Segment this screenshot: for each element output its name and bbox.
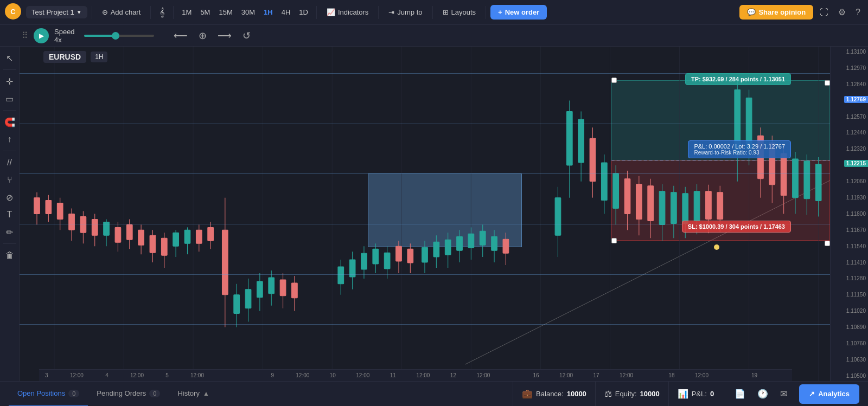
time-axis: 3 12:00 4 12:00 5 12:00 9 12:00 10 12:00… xyxy=(39,369,792,381)
svg-rect-87 xyxy=(480,231,486,245)
step-forward-icon: ⟶ xyxy=(218,30,232,41)
cursor-tool[interactable]: ↖ xyxy=(2,50,18,66)
step-center-button[interactable]: ⊕ xyxy=(195,29,210,43)
price-1.12570: 1.12570 xyxy=(833,114,866,120)
magnet-tool[interactable]: 🧲 xyxy=(2,114,18,130)
pending-orders-count: 0 xyxy=(149,390,160,397)
svg-rect-37 xyxy=(150,235,156,253)
playback-bar: ⠿ ▶ Speed 4x ⟵ ⊕ ⟶ ↺ xyxy=(0,25,868,47)
arrow-tool[interactable]: ↑ xyxy=(2,131,18,147)
time-label-10: 11 xyxy=(390,372,396,378)
time-label-17: 12:00 xyxy=(620,372,633,378)
svg-rect-119 xyxy=(706,191,712,220)
play-button[interactable]: ▶ xyxy=(34,28,49,43)
tab-history[interactable]: History ▲ xyxy=(169,382,218,407)
analytics-icon: ↗ xyxy=(809,390,815,398)
pnl-value: 0 xyxy=(710,390,714,398)
speed-control: Speed 4x xyxy=(54,28,154,44)
share-opinion-button[interactable]: 💬 Share opinion xyxy=(739,5,813,20)
bottom-bar: Open Positions 0 Pending Orders 0 Histor… xyxy=(0,381,868,406)
tf-1h[interactable]: 1H xyxy=(260,6,277,18)
help-icon: ? xyxy=(856,8,860,17)
svg-rect-121 xyxy=(717,192,723,220)
svg-rect-117 xyxy=(694,191,700,221)
layouts-icon: ⊞ xyxy=(443,8,449,16)
rect-tool[interactable]: ▭ xyxy=(2,91,18,107)
new-order-button[interactable]: + New order xyxy=(490,5,547,20)
tp-info-box: TP: $932.69 / 284 points / 1.13051 xyxy=(685,73,791,85)
add-chart-button[interactable]: ⊕ Add chart xyxy=(97,5,146,19)
toolbar-separator-5 xyxy=(378,6,379,19)
price-1.13100: 1.13100 xyxy=(833,49,866,55)
pitchfork-tool[interactable]: ⑂ xyxy=(2,172,18,188)
svg-rect-69 xyxy=(373,249,379,264)
fib-tool[interactable]: ⊘ xyxy=(2,189,18,205)
text-tool[interactable]: T xyxy=(2,207,18,223)
message-button[interactable]: ✉ xyxy=(777,385,790,402)
cross-tool[interactable]: ✛ xyxy=(2,73,18,89)
project-name: Test Project 1 xyxy=(31,8,74,16)
channel-icon: // xyxy=(7,158,12,167)
svg-rect-131 xyxy=(781,153,787,196)
fullscreen-button[interactable]: ⛶ xyxy=(816,4,832,21)
svg-rect-83 xyxy=(457,236,463,250)
candle-type-button[interactable]: 𝄞 xyxy=(155,5,169,20)
svg-rect-71 xyxy=(384,253,390,269)
magnet-icon: 🧲 xyxy=(4,117,15,127)
cursor-icon: ↖ xyxy=(6,53,13,63)
blue-price-badge: 1.12769 xyxy=(844,96,868,103)
time-label-3: 12:00 xyxy=(130,372,144,378)
trash-tool[interactable]: 🗑 xyxy=(2,247,18,263)
analytics-button[interactable]: ↗ Analytics xyxy=(799,384,859,404)
tf-15m[interactable]: 15M xyxy=(215,6,236,18)
step-back-button[interactable]: ⟵ xyxy=(170,29,191,43)
svg-rect-113 xyxy=(671,192,677,224)
chart-canvas[interactable]: EURUSD 1H xyxy=(20,47,830,381)
plus-icon: ⊕ xyxy=(102,8,108,16)
drag-handle[interactable]: ⠿ xyxy=(22,30,28,41)
tf-5m[interactable]: 5M xyxy=(196,6,214,18)
svg-rect-135 xyxy=(804,161,810,199)
pitchfork-icon: ⑂ xyxy=(7,175,12,185)
time-label-18: 18 xyxy=(668,372,674,378)
settings-button[interactable]: ⚙ xyxy=(835,4,849,21)
tab-open-positions[interactable]: Open Positions 0 xyxy=(9,382,88,407)
price-1.11410: 1.11410 xyxy=(833,260,866,266)
svg-rect-35 xyxy=(138,230,144,245)
tf-30m[interactable]: 30M xyxy=(238,6,259,18)
svg-rect-73 xyxy=(396,246,402,261)
clock-button[interactable]: 🕐 xyxy=(754,385,771,402)
share-icon: 💬 xyxy=(747,8,756,16)
time-label-19: 12:00 xyxy=(695,372,709,378)
left-toolbar: ↖ ✛ ▭ 🧲 ↑ // ⑂ ⊘ xyxy=(0,47,20,381)
project-selector[interactable]: Test Project 1 ▼ xyxy=(26,6,87,18)
svg-rect-59 xyxy=(280,280,286,296)
indicators-button[interactable]: 📈 Indicators xyxy=(321,5,374,19)
time-label-0: 3 xyxy=(45,372,48,378)
jump-to-button[interactable]: ⇥ Jump to xyxy=(383,5,427,19)
tf-1d[interactable]: 1D xyxy=(295,6,312,18)
step-center-icon: ⊕ xyxy=(199,30,207,41)
tab-pending-orders[interactable]: Pending Orders 0 xyxy=(88,382,169,407)
document-button[interactable]: 📄 xyxy=(731,385,749,402)
bottom-icon-group: 📄 🕐 ✉ xyxy=(723,382,799,407)
price-1.11020: 1.11020 xyxy=(833,308,866,314)
refresh-button[interactable]: ↺ xyxy=(239,29,254,43)
app-logo: C xyxy=(4,3,22,22)
tf-1m[interactable]: 1M xyxy=(178,6,195,18)
channel-tool[interactable]: // xyxy=(2,154,18,171)
help-button[interactable]: ? xyxy=(852,4,864,21)
toolbar-separator-7 xyxy=(486,6,486,19)
equity-label: Equity: xyxy=(615,390,637,398)
svg-rect-97 xyxy=(578,119,584,163)
tf-4h[interactable]: 4H xyxy=(278,6,295,18)
layouts-button[interactable]: ⊞ Layouts xyxy=(437,5,482,19)
trash-icon: 🗑 xyxy=(5,250,14,260)
step-forward-button[interactable]: ⟶ xyxy=(214,29,235,43)
speed-slider[interactable] xyxy=(84,35,154,37)
price-1.12970: 1.12970 xyxy=(833,65,866,71)
brush-tool[interactable]: ✏ xyxy=(2,224,18,240)
price-1.11280: 1.11280 xyxy=(833,275,866,281)
svg-rect-99 xyxy=(590,138,596,182)
price-1.10760: 1.10760 xyxy=(833,340,866,346)
